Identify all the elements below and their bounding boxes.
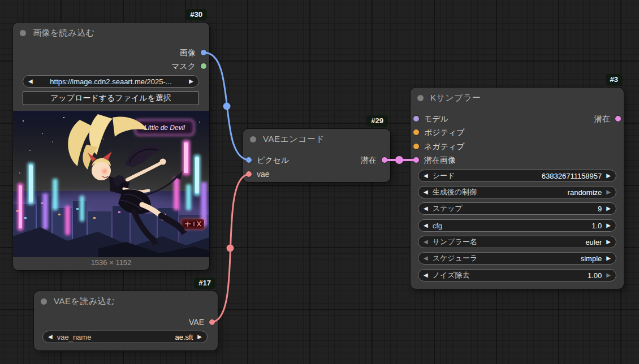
node-title-bar[interactable]: 画像を読み込む <box>13 23 209 43</box>
increment-arrow-icon[interactable] <box>606 173 611 179</box>
sampler-name-widget[interactable]: サンプラー名 euler <box>418 236 616 248</box>
cfg-widget[interactable]: cfg 1.0 <box>418 219 616 232</box>
node-title-bar[interactable]: Kサンプラー <box>411 88 624 108</box>
model-slot-dot[interactable] <box>413 116 419 122</box>
node-title: Kサンプラー <box>430 93 481 103</box>
decrement-arrow-icon[interactable] <box>424 239 428 245</box>
vae-slot-dot[interactable] <box>246 171 252 177</box>
output-slot-image: 画像 <box>180 46 209 59</box>
slot-label: 画像 <box>180 48 196 57</box>
widget-label: vae_name <box>57 333 171 341</box>
node-ksampler[interactable]: Kサンプラー モデル ポジティブ ネガティブ 潜在画像 潜在 シード 63832… <box>411 88 624 289</box>
widget-value: euler <box>585 238 602 246</box>
node-load-image[interactable]: 画像を読み込む 画像 マスク https://image.cdn2.seaart… <box>13 23 209 270</box>
prev-arrow-icon[interactable] <box>48 334 53 340</box>
decrement-arrow-icon[interactable] <box>424 272 428 278</box>
image-preview: Little de Devil <box>13 111 209 257</box>
image-slot-dot[interactable] <box>201 50 206 55</box>
vae-name-widget[interactable]: vae_name ae.sft <box>42 331 208 343</box>
widget-value: simple <box>581 254 602 263</box>
widget-value: 638326711158957 <box>542 172 602 180</box>
slot-label: VAE <box>189 318 204 327</box>
collapse-dot-icon[interactable] <box>250 136 256 142</box>
slot-label: 潜在 <box>361 155 377 164</box>
decrement-arrow-icon[interactable] <box>424 206 428 211</box>
slot-label: マスク <box>171 62 196 71</box>
node-id-badge: #29 <box>366 115 388 127</box>
node-title: 画像を読み込む <box>33 28 95 38</box>
node-vae-encode[interactable]: VAEエンコード ピクセル vae 潜在 <box>243 129 390 182</box>
mask-slot-dot[interactable] <box>201 63 206 69</box>
decrement-arrow-icon[interactable] <box>424 255 428 261</box>
neon-sign-text: Little de Devil <box>144 124 185 132</box>
positive-slot-dot[interactable] <box>413 129 419 135</box>
slot-label: ポジティブ <box>424 128 465 137</box>
increment-arrow-icon[interactable] <box>606 239 611 245</box>
node-id-badge: #3 <box>606 74 623 85</box>
node-load-vae[interactable]: VAEを読み込む VAE vae_name ae.sft <box>34 291 218 350</box>
scheduler-widget[interactable]: スケジューラ simple <box>418 252 616 265</box>
widget-value: ae.sft <box>175 333 193 341</box>
input-slot-negative: ネガティブ <box>411 140 465 153</box>
vae-slot-dot[interactable] <box>209 319 215 325</box>
next-arrow-icon[interactable] <box>189 79 193 84</box>
upload-file-button[interactable]: アップロードするファイルを選択 <box>23 91 199 105</box>
widget-label: シード <box>433 171 537 181</box>
decrement-arrow-icon[interactable] <box>424 223 428 228</box>
control-after-generate-widget[interactable]: 生成後の制御 randomize <box>418 186 616 198</box>
slot-label: 潜在画像 <box>424 155 456 164</box>
denoise-widget[interactable]: ノイズ除去 1.00 <box>418 269 616 281</box>
increment-arrow-icon[interactable] <box>606 272 611 278</box>
output-slot-latent: 潜在 <box>594 112 624 125</box>
node-id-badge: #17 <box>194 278 215 289</box>
link-midpoint-dot[interactable] <box>223 103 231 110</box>
collapse-dot-icon[interactable] <box>417 95 424 101</box>
widget-label: 生成後の制御 <box>433 187 563 197</box>
widget-label: ノイズ除去 <box>433 270 583 280</box>
image-dimensions-caption: 1536 × 1152 <box>13 258 209 267</box>
widget-label: ステップ <box>433 203 593 214</box>
widget-label: cfg <box>433 222 588 230</box>
node-graph-canvas[interactable]: #30 #29 #3 #17 画像を読み込む 画像 マスク https://im… <box>0 0 639 364</box>
input-slot-vae: vae <box>243 167 270 181</box>
output-slot-mask: マスク <box>171 59 209 73</box>
node-title: VAEエンコード <box>263 134 325 145</box>
node-title-bar[interactable]: VAEエンコード <box>243 129 390 149</box>
upload-button-label: アップロードするファイルを選択 <box>50 93 171 103</box>
widget-value: 1.00 <box>588 271 602 280</box>
neon-sign-red <box>182 219 204 229</box>
output-slot-latent: 潜在 <box>361 153 390 167</box>
collapse-dot-icon[interactable] <box>41 298 47 305</box>
prev-arrow-icon[interactable] <box>28 79 33 84</box>
image-url-value: https://image.cdn2.seaart.me/2025-... <box>36 77 186 86</box>
widget-label: サンプラー名 <box>433 237 581 247</box>
node-title-bar[interactable]: VAEを読み込む <box>34 291 218 311</box>
collapse-dot-icon[interactable] <box>20 30 26 36</box>
output-slot-vae: VAE <box>189 315 218 329</box>
steps-widget[interactable]: ステップ 9 <box>418 202 616 215</box>
decrement-arrow-icon[interactable] <box>424 173 428 179</box>
image-url-combo[interactable]: https://image.cdn2.seaart.me/2025-... <box>23 75 199 88</box>
node-title: VAEを読み込む <box>54 296 115 307</box>
latent-slot-dot[interactable] <box>382 157 387 163</box>
slot-label: ネガティブ <box>424 142 465 151</box>
negative-slot-dot[interactable] <box>413 144 419 149</box>
input-slot-model: モデル <box>411 112 448 125</box>
latent-slot-dot[interactable] <box>615 116 621 122</box>
link-midpoint-dot[interactable] <box>395 156 403 164</box>
link-midpoint-dot[interactable] <box>227 245 234 252</box>
increment-arrow-icon[interactable] <box>606 189 611 195</box>
next-arrow-icon[interactable] <box>197 334 202 340</box>
increment-arrow-icon[interactable] <box>606 255 611 261</box>
decrement-arrow-icon[interactable] <box>424 189 428 195</box>
pixels-slot-dot[interactable] <box>246 157 252 163</box>
input-slot-positive: ポジティブ <box>411 125 465 139</box>
widget-value: randomize <box>568 188 602 197</box>
input-slot-pixels: ピクセル <box>243 153 289 167</box>
latent-image-slot-dot[interactable] <box>413 157 419 163</box>
seed-widget[interactable]: シード 638326711158957 <box>418 170 616 182</box>
increment-arrow-icon[interactable] <box>606 206 611 211</box>
node-id-badge: #30 <box>185 9 207 20</box>
slot-label: 潜在 <box>594 114 610 123</box>
increment-arrow-icon[interactable] <box>606 223 611 228</box>
